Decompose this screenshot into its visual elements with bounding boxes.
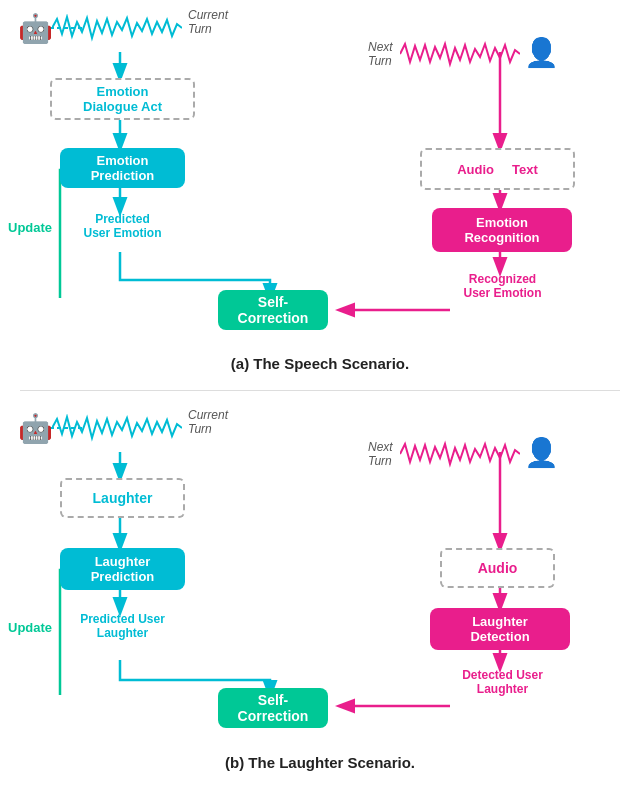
update-label-a: Update (8, 220, 52, 235)
recognized-user-emotion-label: RecognizedUser Emotion (430, 272, 575, 300)
waveform-a-right (400, 40, 520, 68)
robot-icon-b: 🤖 (18, 412, 53, 445)
laughter-detection-box: LaughterDetection (430, 608, 570, 650)
update-label-b: Update (8, 620, 52, 635)
emotion-prediction-box: EmotionPrediction (60, 148, 185, 188)
scenario-b-title: (b) The Laughter Scenario. (100, 754, 540, 771)
predicted-user-emotion-label: PredictedUser Emotion (60, 212, 185, 240)
waveform-a-left (52, 14, 182, 42)
person-icon-a: 👤 (524, 36, 559, 69)
emotion-recognition-box: EmotionRecognition (432, 208, 572, 252)
audio-box-b: Audio (440, 548, 555, 588)
next-turn-label-a: NextTurn (368, 40, 393, 68)
next-turn-label-b: NextTurn (368, 440, 393, 468)
diagram-container: 🤖 CurrentTurn EmotionDialogue Act Emotio… (0, 0, 640, 802)
person-icon-b: 👤 (524, 436, 559, 469)
current-turn-label-b: CurrentTurn (188, 408, 228, 436)
scenario-separator (20, 390, 620, 391)
emotion-dialogue-act-box: EmotionDialogue Act (50, 78, 195, 120)
laughter-prediction-box: LaughterPrediction (60, 548, 185, 590)
predicted-user-laughter-label: Predicted UserLaughter (55, 612, 190, 640)
audio-text-box: Audio Text (420, 148, 575, 190)
self-correction-box-a: Self-Correction (218, 290, 328, 330)
scenario-a-title: (a) The Speech Scenario. (100, 355, 540, 372)
waveform-b-left (52, 414, 182, 442)
current-turn-label-a: CurrentTurn (188, 8, 228, 36)
robot-icon-a: 🤖 (18, 12, 53, 45)
waveform-b-right (400, 440, 520, 468)
laughter-box: Laughter (60, 478, 185, 518)
detected-user-laughter-label: Detected UserLaughter (430, 668, 575, 696)
self-correction-box-b: Self-Correction (218, 688, 328, 728)
